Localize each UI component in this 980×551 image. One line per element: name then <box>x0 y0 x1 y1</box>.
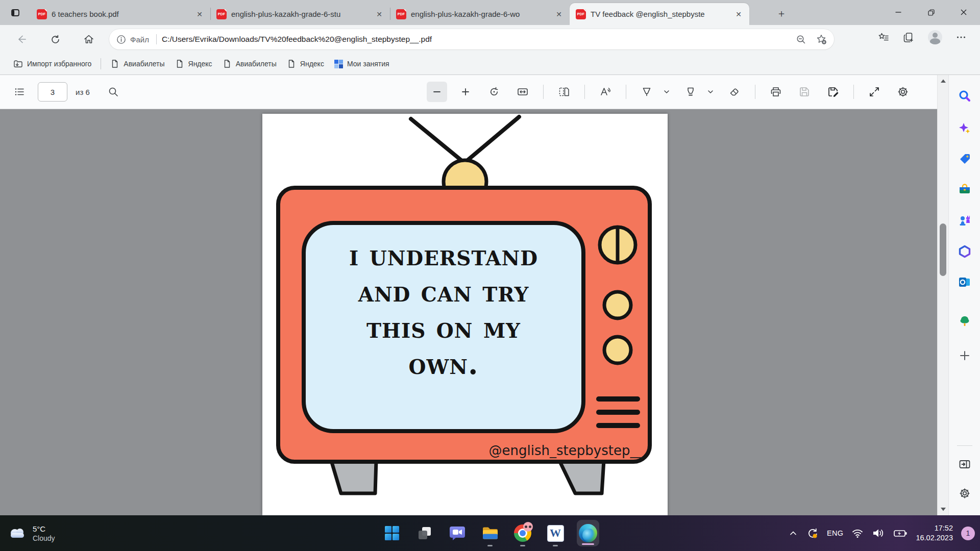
page-number-input[interactable] <box>38 82 67 102</box>
highlight-button[interactable] <box>680 82 701 102</box>
window-minimize-button[interactable] <box>882 0 915 24</box>
taskbar-file-explorer-button[interactable] <box>479 518 501 548</box>
highlight-options-chevron[interactable] <box>705 82 716 102</box>
bookmark-moi-zanyatiya[interactable]: Мои занятия <box>329 57 395 71</box>
fullscreen-button[interactable] <box>864 82 885 102</box>
scrollbar-thumb[interactable] <box>940 223 946 276</box>
tab-close-button[interactable]: ✕ <box>733 9 744 20</box>
sidebar-settings-button[interactable] <box>955 484 974 503</box>
edge-icon <box>579 524 597 542</box>
url-scheme-label: Файл <box>130 35 149 44</box>
sidebar-item-tools[interactable] <box>955 180 974 199</box>
save-button-disabled[interactable] <box>794 82 815 102</box>
taskbar-word-button[interactable]: W <box>544 518 567 548</box>
sidebar-item-shopping[interactable] <box>955 149 974 169</box>
favorites-bar-icon[interactable] <box>878 32 890 43</box>
url-text: C:/Users/Evrika/Downloads/TV%20feedback%… <box>162 35 790 44</box>
taskbar-chrome-button[interactable] <box>511 518 534 548</box>
zoom-indicator-icon[interactable] <box>796 34 806 45</box>
sidebar-item-microsoft365[interactable] <box>955 242 974 261</box>
browser-menu-icon[interactable] <box>955 32 967 43</box>
zoom-in-button[interactable] <box>455 82 476 102</box>
tv-leg-right <box>559 461 604 493</box>
tab-3[interactable]: PDF english-plus-kazakh-grade-6-wo ✕ <box>390 3 570 25</box>
find-in-document-button[interactable] <box>103 82 124 102</box>
taskbar-edge-button-active[interactable] <box>577 520 599 546</box>
print-button[interactable] <box>766 82 786 102</box>
erase-button[interactable] <box>724 82 745 102</box>
draw-button[interactable] <box>636 82 657 102</box>
tab-1[interactable]: PDF 6 teachers book.pdf ✕ <box>31 3 210 25</box>
read-aloud-button[interactable] <box>595 82 616 102</box>
zoom-out-button[interactable] <box>427 82 447 102</box>
collections-icon[interactable] <box>903 32 915 43</box>
wifi-icon[interactable] <box>851 527 864 539</box>
sidebar-item-copilot[interactable] <box>955 119 974 138</box>
save-as-button[interactable] <box>823 82 843 102</box>
sidebar-item-search[interactable] <box>955 86 974 106</box>
open-sidebar-button[interactable] <box>955 455 974 474</box>
sync-update-icon[interactable] <box>806 527 819 539</box>
weather-widget[interactable]: 5°C Cloudy <box>7 515 55 551</box>
bookmark-yandex-1[interactable]: Яндекс <box>170 57 217 71</box>
fullscreen-icon <box>868 86 880 98</box>
volume-icon[interactable] <box>872 527 885 539</box>
draw-options-chevron[interactable] <box>661 82 672 102</box>
refresh-button[interactable] <box>46 30 64 48</box>
divider <box>853 85 854 99</box>
taskbar-task-view-button[interactable] <box>413 518 436 548</box>
sidebar-item-tree[interactable] <box>955 312 974 331</box>
table-of-contents-button[interactable] <box>9 82 30 102</box>
fit-to-width-button[interactable] <box>512 82 533 102</box>
sidebar-item-games[interactable] <box>955 211 974 230</box>
scroll-down-arrow[interactable] <box>938 504 949 514</box>
notification-count-badge[interactable]: 1 <box>961 527 975 540</box>
back-button[interactable] <box>12 30 31 48</box>
tab-2[interactable]: PDF english-plus-kazakh-grade-6-stu ✕ <box>210 3 390 25</box>
bookmark-import-favorites[interactable]: Импорт избранного <box>8 57 96 71</box>
tab-close-button[interactable]: ✕ <box>553 9 565 20</box>
battery-charging-icon[interactable] <box>893 527 908 539</box>
sparkle-icon <box>958 122 971 135</box>
language-indicator[interactable]: ENG <box>827 529 843 537</box>
page-view-button[interactable] <box>554 82 574 102</box>
profile-avatar[interactable] <box>928 30 942 44</box>
sidebar-customize-button[interactable] <box>955 346 974 365</box>
tab-actions-menu-button[interactable] <box>7 5 23 20</box>
sidebar-item-outlook[interactable] <box>955 272 974 292</box>
restore-icon <box>927 9 935 16</box>
outlook-icon <box>958 276 971 289</box>
scroll-up-arrow[interactable] <box>938 76 949 86</box>
tv-screen-text-line: this on my <box>316 311 571 344</box>
taskbar-clock[interactable]: 17:52 16.02.2023 <box>916 523 953 543</box>
add-favorite-star-icon[interactable] <box>816 34 827 45</box>
bookmark-aviabilety-2[interactable]: Авиабилеты <box>217 57 282 71</box>
pdf-settings-button[interactable] <box>893 82 913 102</box>
tab-title: english-plus-kazakh-grade-6-stu <box>231 10 374 18</box>
bookmark-yandex-2[interactable]: Яндекс <box>282 57 329 71</box>
speaker-bar <box>596 423 640 428</box>
taskbar-start-button[interactable] <box>381 518 403 548</box>
pdf-page: I understand and can try this on my own.… <box>262 114 668 515</box>
tab-close-button[interactable]: ✕ <box>194 9 205 20</box>
new-tab-button[interactable]: ＋ <box>774 6 789 20</box>
word-icon: W <box>547 525 564 542</box>
pdf-viewer-area[interactable]: I understand and can try this on my own.… <box>0 109 937 515</box>
divider <box>584 85 585 99</box>
rotate-button[interactable] <box>484 82 504 102</box>
taskbar-chat-button[interactable] <box>446 518 469 548</box>
bookmark-aviabilety-1[interactable]: Авиабилеты <box>105 57 169 71</box>
divider <box>755 85 755 99</box>
weather-condition: Cloudy <box>33 534 55 542</box>
home-button[interactable] <box>80 30 98 48</box>
page-icon <box>110 59 119 68</box>
info-icon[interactable] <box>116 35 126 44</box>
window-restore-button[interactable] <box>915 0 947 24</box>
window-close-button[interactable] <box>947 0 980 24</box>
tab-close-button[interactable]: ✕ <box>374 9 385 20</box>
hidden-icons-chevron[interactable] <box>788 528 798 538</box>
folder-import-icon <box>13 59 23 69</box>
url-address-field[interactable]: Файл C:/Users/Evrika/Downloads/TV%20feed… <box>109 29 834 49</box>
vertical-scrollbar[interactable] <box>937 75 948 515</box>
tab-4-active[interactable]: PDF TV feedback @english_stepbyste ✕ <box>570 3 749 25</box>
